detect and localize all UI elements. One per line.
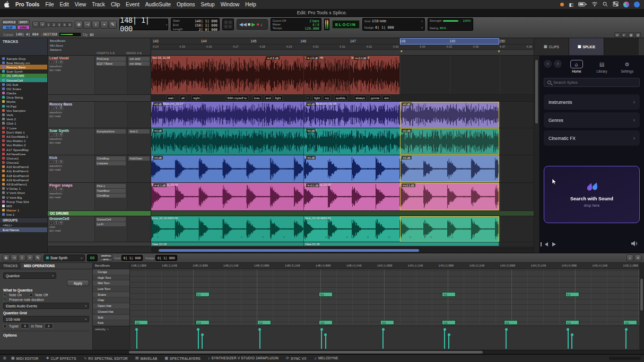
skip-back-button[interactable] <box>545 242 548 246</box>
track-header[interactable]: Soar Synth ● S M waveform dyn read Kompl… <box>48 128 151 155</box>
folder-track-body[interactable] <box>151 211 534 216</box>
track-view-selector[interactable]: waveform <box>49 164 93 168</box>
zoom-preset-button[interactable]: 4 <box>62 22 67 27</box>
track-playlist[interactable]: Inst 2-07 Inst 2-08 ◀0 dB◀0 dB◀0 dB <box>151 128 534 155</box>
drum-lane-name[interactable]: Conga <box>93 269 129 275</box>
velocity-stem[interactable] <box>568 330 569 349</box>
velocity-dot[interactable] <box>135 328 138 331</box>
mute-button[interactable]: M <box>59 221 63 225</box>
insert-slot[interactable]: ChrisBray <box>96 193 126 198</box>
edit-selection-overlay[interactable] <box>400 216 499 242</box>
sidebar-track-item[interactable]: OG Snare <box>0 86 47 91</box>
search-with-sound-dropzone[interactable]: Search with Sound drop here <box>544 166 640 223</box>
track-header[interactable]: Kick ● S M waveform dyn read ChrisBrayLo… <box>48 155 151 182</box>
zoom-preset-button[interactable]: 1 <box>46 22 51 27</box>
lyric-marker[interactable]: eyelids, <box>334 95 348 101</box>
insert-slot[interactable]: Lo-Fi <box>96 222 126 226</box>
drum-lane-name[interactable]: Snare <box>93 292 129 298</box>
velocity-lane[interactable] <box>130 325 639 350</box>
lyric-marker[interactable]: lose <box>253 95 262 101</box>
track-header[interactable]: GrooveCell ● S M clips dyn read GrooveCe… <box>48 216 151 242</box>
play-button[interactable]: ▶ <box>251 21 255 28</box>
sidebar-track-item[interactable]: Chorus2 <box>0 161 47 165</box>
note-off-checkbox[interactable] <box>29 293 33 297</box>
trim-tool-button[interactable]: ⊣ <box>83 21 91 29</box>
volume-icon[interactable] <box>631 241 639 248</box>
sidebar-track-item[interactable]: MIX <box>0 204 47 208</box>
velocity-stem[interactable] <box>382 330 384 349</box>
velocity-stem[interactable] <box>198 330 199 349</box>
velocity-dot[interactable] <box>197 328 199 331</box>
track-name[interactable]: Reecey Bass <box>49 102 93 106</box>
sidebar-track-item[interactable]: Sample Drop <box>0 56 47 60</box>
track-playlist[interactable]: Reecey Bass-cm_01-07 Reecey Bass-cm_01-0… <box>151 102 534 128</box>
insert-slot[interactable]: GrooveCell <box>96 217 126 222</box>
sidebar-track-item[interactable]: Y Love <box>0 126 47 130</box>
lyric-marker[interactable]: always <box>354 95 367 101</box>
record-button[interactable]: ● <box>256 21 259 28</box>
window-tab[interactable]: ♫ MELODYNE <box>310 356 342 360</box>
window-tab[interactable]: ∿ RX SPECTRAL EDITOR <box>80 356 132 360</box>
grid-nudge-box[interactable]: Grid1/16 note▾ Nudge0| 1| 000▾ <box>362 18 425 31</box>
marker-icon[interactable]: ▼ <box>400 50 403 53</box>
solo-button[interactable]: S <box>54 221 58 225</box>
velocity-dot[interactable] <box>567 328 569 331</box>
record-enable-button[interactable]: ● <box>49 107 54 110</box>
velocity-stem[interactable] <box>136 330 137 349</box>
screen-recording-indicator-icon[interactable] <box>560 3 564 6</box>
trim-tool-button[interactable]: ⊣ <box>11 254 18 261</box>
grabber-tool-button[interactable]: + <box>100 21 108 29</box>
sidebar-track-item[interactable]: V Delay 1 <box>0 187 47 191</box>
solo-button[interactable]: S <box>54 60 58 64</box>
velocity-stem[interactable] <box>321 330 322 349</box>
rewind-button[interactable]: ◀◀ <box>239 21 247 28</box>
window-tab[interactable]: ♪ SYNTHESIZER V STUDIO 2ARAPLUGIN <box>204 356 282 360</box>
send-slot[interactable]: vox delay <box>128 61 150 66</box>
track-name[interactable]: GrooveCell <box>49 217 93 220</box>
ruler-name[interactable]: Bars|Beats <box>50 39 149 43</box>
sidebar-track-item[interactable]: Vox Samples <box>0 108 47 112</box>
midi-horizontal-scrollbar[interactable] <box>0 350 644 354</box>
automation-mode-selector[interactable]: dyn read <box>49 68 93 72</box>
track-header[interactable]: Finger snaps ● S M waveform dyn read PSA… <box>48 183 151 210</box>
quantize-grid-selector[interactable]: 1/16 note▾ <box>3 316 89 322</box>
grabber-tool-button[interactable]: + <box>27 254 33 261</box>
lyric-marker[interactable]: my <box>323 95 330 101</box>
group-item[interactable]: End Harms <box>0 227 47 232</box>
lyric-marker[interactable]: and <box>264 95 273 101</box>
tuplet-a-field[interactable]: 3 <box>21 323 29 329</box>
menu-item[interactable]: View <box>75 2 86 7</box>
notation-view-icon[interactable]: ♪ <box>626 254 633 261</box>
audio-clip[interactable]: Hats 02-18 <box>151 242 304 246</box>
midi-note[interactable]: F2 <box>442 292 456 297</box>
lyric-marker[interactable]: fight <box>312 95 321 101</box>
counter-format-chevron-icon[interactable]: ▾ <box>166 23 168 27</box>
edit-selection-overlay[interactable] <box>400 128 499 155</box>
track-playlist[interactable]: Hats 02-18 Hats 02-18 <box>151 242 534 246</box>
sidebar-track-item[interactable]: Vox Riddim 2 <box>0 143 47 147</box>
velocity-stem[interactable] <box>571 335 572 349</box>
sidebar-track-item[interactable]: Reecey Bass <box>0 65 47 69</box>
automation-breakpoint[interactable] <box>157 236 159 238</box>
velocity-stem[interactable] <box>506 330 507 349</box>
insert-slot[interactable]: PSA-1 <box>96 184 126 188</box>
automation-breakpoint[interactable] <box>178 236 179 238</box>
menu-item[interactable]: Track <box>92 2 105 7</box>
velocity-stem[interactable] <box>448 335 449 349</box>
splice-panel-tab[interactable]: ▦ SPLICE <box>569 38 604 55</box>
ruler-name[interactable]: Min:Secs <box>50 43 149 48</box>
sidebar-track-item[interactable]: Inst 1 <box>0 213 47 217</box>
velocity-stem[interactable] <box>202 335 203 349</box>
apply-button[interactable]: Apply <box>67 280 89 286</box>
pencil-tool-button[interactable]: ✎ <box>34 254 41 261</box>
velocity-dot[interactable] <box>571 333 573 336</box>
lyric-marker[interactable]: wait <box>167 95 175 101</box>
menu-item[interactable]: Setup <box>201 2 215 7</box>
splice-search[interactable] <box>544 78 640 87</box>
timeline-ruler[interactable]: 143144145146147148149150 4:244:254:264:2… <box>151 38 534 55</box>
menu-item[interactable]: Clip <box>111 2 120 7</box>
scrollbar-thumb[interactable] <box>640 279 643 311</box>
nudge-value[interactable]: 0| 1| 000 <box>155 255 177 261</box>
drum-lane-name[interactable]: Kick <box>93 320 129 326</box>
lyric-marker[interactable]: I <box>306 95 310 101</box>
